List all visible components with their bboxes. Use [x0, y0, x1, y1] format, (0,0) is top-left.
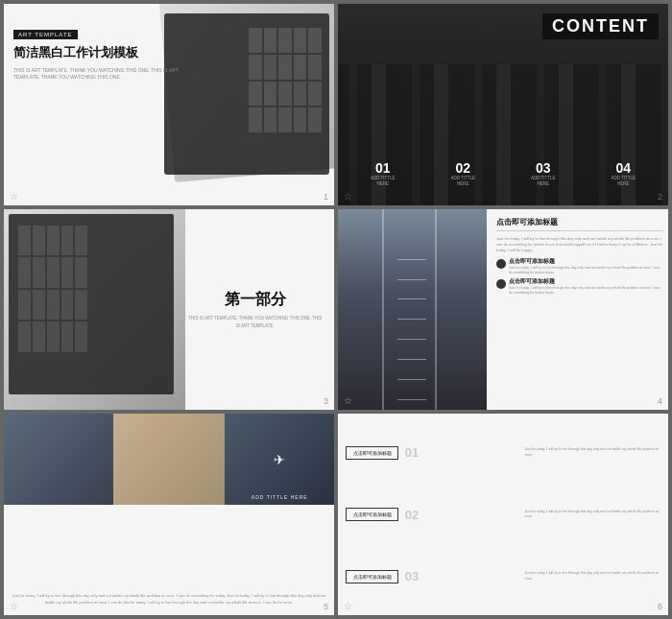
- slide2-num-02: 02 ADD TITTLEHERE: [450, 160, 475, 188]
- slide1-tag: ART TEMPLATE: [13, 30, 78, 39]
- slide5-star: ☆: [10, 601, 18, 611]
- slide6-num-3: 03: [402, 569, 421, 583]
- slide-6[interactable]: 点击即可添加标题 01 点击即可添加标题 02 点击即可添加标题 03 Just…: [338, 414, 668, 615]
- slide5-img2: [113, 414, 226, 504]
- rail-tracks: [397, 250, 426, 411]
- slide6-text-1: Just for today, I will try to live throu…: [525, 447, 663, 458]
- slide6-num-2: 02: [402, 508, 421, 522]
- slide4-item1-text: Just for today, I will try to live throu…: [509, 266, 663, 275]
- slide1-content: ART TEMPLATE 简洁黑白工作计划模板 THIS IS ART TEMP…: [13, 23, 179, 82]
- slide4-content: 点击即可添加标题 Just for today, I will try to l…: [496, 217, 663, 300]
- slide2-num-04: 04 ADD TITTLEHERE: [611, 160, 636, 188]
- slide-2[interactable]: CONTENT 01 ADD TITTLEHERE 02 ADD TITTLEH…: [338, 4, 668, 205]
- slide4-photo: [338, 209, 487, 411]
- slide6-number: 6: [658, 602, 662, 611]
- plane-icon: ✈: [274, 452, 285, 467]
- slide6-box-2: 点击即可添加标题: [346, 508, 398, 521]
- slide2-num-01: 01 ADD TITTLEHERE: [371, 160, 396, 188]
- slide5-img3: ✈ ADD TITTLE HERE: [225, 414, 334, 504]
- slide4-star: ☆: [344, 395, 352, 406]
- slide6-item-2: 点击即可添加标题 02: [346, 508, 511, 522]
- keyboard-keys: [249, 28, 322, 132]
- slide4-item2-text: Just for today, I will try to live throu…: [509, 286, 663, 296]
- slide2-header: CONTENT: [542, 13, 659, 39]
- slide4-item1-title: 点击即可添加标题: [509, 258, 663, 265]
- slide-grid: ART TEMPLATE 简洁黑白工作计划模板 THIS IS ART TEMP…: [0, 0, 672, 619]
- slide-5[interactable]: ✈ ADD TITTLE HERE Just for today, I will…: [4, 414, 334, 615]
- slide6-text-2: Just for today, I will try to live throu…: [525, 510, 663, 520]
- slide6-star: ☆: [344, 601, 352, 611]
- slide6-item-1: 点击即可添加标题 01: [346, 445, 511, 460]
- slide6-items: 点击即可添加标题 01 点击即可添加标题 02 点击即可添加标题 03: [346, 421, 511, 607]
- slide6-text-3: Just for today, I will try to live throu…: [525, 571, 663, 582]
- slide2-number: 2: [658, 192, 662, 202]
- slide6-box-3: 点击即可添加标题: [346, 570, 398, 583]
- slide1-number: 1: [324, 192, 328, 202]
- slide3-sub: THIS IS ART TEMPLATE, THANK YOU WATCHING…: [186, 315, 324, 328]
- slide3-keys: [18, 226, 87, 352]
- slide5-img1: [4, 414, 113, 504]
- slide4-item-2: 点击即可添加标题 Just for today, I will try to l…: [496, 278, 663, 296]
- slide3-content: 第一部分 THIS IS ART TEMPLATE, THANK YOU WAT…: [186, 290, 324, 328]
- slide1-subtitle: THIS IS ART TEMPLATE, THANK YOU WATCHING…: [13, 67, 179, 82]
- slide6-box-1: 点击即可添加标题: [346, 446, 398, 460]
- content-label: CONTENT: [542, 13, 659, 39]
- slide4-body: Just for today, I will try to live throu…: [496, 236, 663, 253]
- keyboard-bg: [164, 13, 329, 175]
- slide5-bottom: Just for today, I will try to live throu…: [12, 593, 326, 606]
- slide-4[interactable]: 点击即可添加标题 Just for today, I will try to l…: [338, 209, 668, 411]
- slide-1[interactable]: ART TEMPLATE 简洁黑白工作计划模板 THIS IS ART TEMP…: [4, 4, 334, 205]
- slide3-number: 3: [324, 396, 328, 406]
- slide5-number: 5: [324, 602, 328, 611]
- slide5-add-label: ADD TITTLE HERE: [252, 494, 308, 500]
- slide6-texts: Just for today, I will try to live throu…: [525, 421, 663, 607]
- slide2-numbers: 01 ADD TITTLEHERE 02 ADD TITTLEHERE 03 A…: [343, 160, 663, 188]
- slide3-star: ☆: [10, 395, 18, 406]
- slide2-star: ☆: [344, 191, 352, 202]
- slide4-title: 点击即可添加标题: [496, 217, 663, 231]
- slide6-num-1: 01: [402, 445, 421, 460]
- slide4-item-1: 点击即可添加标题 Just for today, I will try to l…: [496, 258, 663, 275]
- slide3-keyboard: [9, 214, 174, 395]
- slide4-number: 4: [658, 396, 662, 406]
- slide3-part: 第一部分: [186, 290, 324, 310]
- slide4-item2-title: 点击即可添加标题: [509, 278, 663, 285]
- slide5-body: Just for today, I will try to live throu…: [12, 593, 326, 606]
- slide-3[interactable]: 第一部分 THIS IS ART TEMPLATE, THANK YOU WAT…: [4, 209, 334, 411]
- slide2-num-03: 03 ADD TITTLEHERE: [531, 160, 556, 188]
- slide6-item-3: 点击即可添加标题 03: [346, 569, 511, 583]
- slide1-title: 简洁黑白工作计划模板: [13, 45, 179, 61]
- slide5-images: ✈ ADD TITTLE HERE: [4, 414, 334, 504]
- slide1-star: ☆: [10, 191, 18, 202]
- bullet-icon-2: [496, 279, 506, 289]
- bullet-icon-1: [496, 259, 506, 269]
